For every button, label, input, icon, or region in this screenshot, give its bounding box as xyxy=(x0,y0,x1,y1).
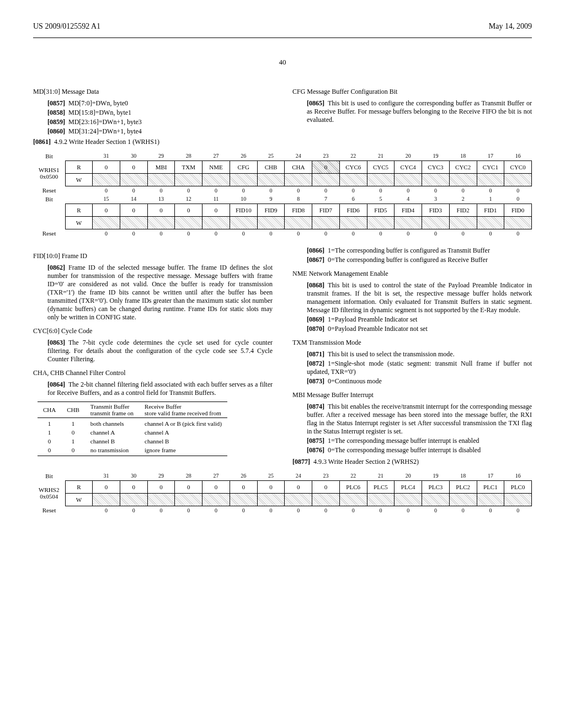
p0869: [0869]1=Payload Preamble Indicator set xyxy=(292,315,532,324)
cyc-title: CYC[6:0] Cycle Code xyxy=(33,327,273,335)
p0861-text: 4.9.2 Write Header Section 1 (WRHS1) xyxy=(54,138,159,146)
md-item: [0860]MD[31:24]=DWn+1, byte4 xyxy=(47,127,273,136)
md-item: [0857]MD[7:0]=DWn, byte0 xyxy=(47,99,273,108)
p0863: [0863]The 7-bit cycle code determines th… xyxy=(33,339,273,363)
p0877-num: [0877] xyxy=(292,458,310,465)
md-item: [0859]MD[23:16]=DWn+1, byte3 xyxy=(47,118,273,126)
p0872: [0872]1=Single-shot mode (static segment… xyxy=(292,360,532,376)
page-number: 40 xyxy=(33,58,532,67)
p0866: [0866]1=The corresponding buffer is conf… xyxy=(292,247,532,255)
header-rule xyxy=(33,38,532,38)
p0877-text: 4.9.3 Write Header Section 2 (WRHS2) xyxy=(313,458,419,465)
pub-number: US 2009/0125592 A1 xyxy=(33,22,100,31)
p0870: [0870]0=Payload Preamble Indicator not s… xyxy=(292,325,532,333)
p0865: [0865]This bit is used to configure the … xyxy=(292,99,532,124)
p0875: [0875]1=The corresponding message buffer… xyxy=(292,437,532,445)
p0867: [0867]0=The corresponding buffer is conf… xyxy=(292,256,532,264)
fid-title: FID[10:0] Frame ID xyxy=(33,252,273,260)
p0871: [0871]This bit is used to select the tra… xyxy=(292,350,532,358)
channel-filter-table: CHACHBTransmit Buffertransmit frame onRe… xyxy=(38,402,227,456)
ch-title: CHA, CHB Channel Filter Control xyxy=(33,369,273,377)
wrhs2-register-table: Bit31302928272625242322212019181716WRHS2… xyxy=(33,472,532,515)
wrhs1-register-table: Bit31302928272625242322212019181716WRHS1… xyxy=(33,152,532,238)
page-header: US 2009/0125592 A1 May 14, 2009 xyxy=(33,22,532,31)
p0868: [0868]This bit is used to control the st… xyxy=(292,281,532,314)
pub-date: May 14, 2009 xyxy=(489,22,532,31)
mbi-title: MBI Message Buffer Interrupt xyxy=(292,391,532,399)
p0862: [0862]Frame ID of the selected message b… xyxy=(33,264,273,322)
cfg-title: CFG Message Buffer Configuration Bit xyxy=(292,88,532,96)
p0861-num: [0861] xyxy=(33,138,51,146)
p0876: [0876]0=The corresponding message buffer… xyxy=(292,446,532,454)
txm-title: TXM Transmission Mode xyxy=(292,339,532,347)
md-title: MD[31:0] Message Data xyxy=(33,88,273,96)
nme-title: NME Network Management Enable xyxy=(292,270,532,278)
p0874: [0874]This bit enables the receive/trans… xyxy=(292,403,532,436)
md-item: [0858]MD[15:8]=DWn, byte1 xyxy=(47,109,273,117)
p0873: [0873]0=Continuous mode xyxy=(292,377,532,386)
p0864: [0864]The 2-bit channel filtering field … xyxy=(33,381,273,397)
